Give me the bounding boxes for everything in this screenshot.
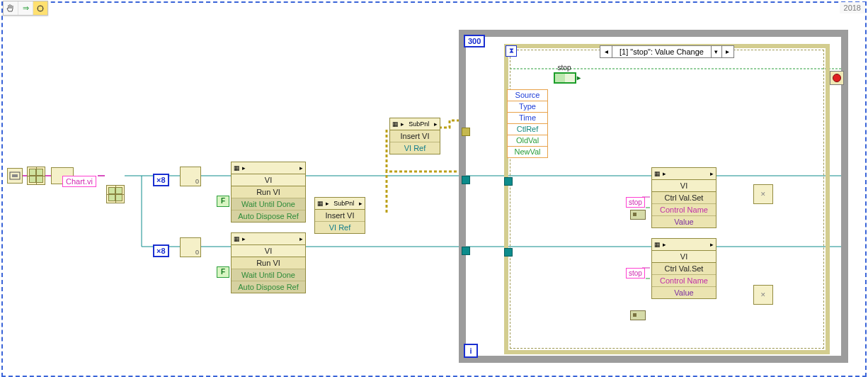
run-vi-invoke-2: ▦ ▸▸ VI Run VI Wait Until Done Auto Disp… (231, 232, 306, 293)
event-data-source: Source (508, 90, 547, 101)
invoke-method: Run VI (232, 186, 305, 198)
loop-stop-terminal (830, 71, 844, 85)
event-case-label: [1] "stop": Value Change (612, 46, 711, 57)
tunnel-ref1-in (462, 176, 470, 184)
loop-iteration-terminal: i (464, 344, 478, 358)
invoke-class: VI (232, 174, 305, 186)
subpanel-invoke-2: ▦ ▸SubPnl▸ Insert VI VI Ref (314, 197, 365, 234)
open-ref-node-2: 0 (180, 237, 201, 257)
tunnel-event-ref2 (504, 248, 513, 257)
event-data-ctlref: CtlRef (508, 124, 547, 135)
ctrl-val-set-1: ▦ ▸▸ VI Ctrl Val.Set Control Name Value (651, 167, 716, 228)
build-array-icon (27, 167, 45, 185)
event-timeout-terminal: ⧗ (506, 45, 517, 57)
floating-toolbar: ⇒ (3, 1, 48, 16)
false-constant-2: F (217, 266, 229, 278)
svg-rect-13 (12, 174, 18, 177)
invoke-icon: ▦ ▸ (234, 164, 246, 171)
while-loop: 300 i ⧗ ◂ [1] "stop": Value Change ▾ ▸ s… (459, 30, 848, 363)
highlight-tool-button[interactable] (33, 1, 47, 15)
next-case-button[interactable]: ▸ (721, 46, 733, 57)
subpanel-invoke-1: ▦ ▸SubPnl▸ Insert VI VI Ref (389, 118, 440, 154)
event-case-selector[interactable]: ◂ [1] "stop": Value Change ▾ ▸ (600, 45, 734, 58)
case-dropdown-button[interactable]: ▾ (711, 46, 721, 57)
chart-vi-label: Chart.vi (62, 176, 96, 187)
tunnel-event-ref1 (504, 177, 513, 186)
year-badge: 2018 (840, 2, 865, 13)
stop-control-terminal: stop (554, 64, 575, 84)
x8-constant-2: ×8 (153, 244, 169, 257)
false-constant-1: F (217, 196, 229, 207)
stop-string-const-2: stop (626, 268, 645, 278)
ctrl-val-set-2: ▦ ▸▸ VI Ctrl Val.Set Control Name Value (651, 238, 716, 299)
static-vi-ref-icon (7, 168, 23, 184)
tunnel-ref2-in (462, 247, 470, 255)
subpanel-method: Insert VI (390, 130, 440, 142)
prev-case-button[interactable]: ◂ (600, 46, 612, 57)
invoke-param-dispose: Auto Dispose Ref (232, 210, 305, 222)
open-ref-node-1: 0 (180, 167, 201, 186)
event-structure: ⧗ ◂ [1] "stop": Value Change ▾ ▸ stop So… (504, 44, 830, 354)
event-data-oldval: OldVal (508, 135, 547, 147)
tunnel-error-in (462, 128, 470, 136)
subpanel-param: VI Ref (390, 142, 440, 154)
variant-const-1 (630, 210, 646, 220)
event-data-time: Time (508, 113, 547, 124)
stop-string-const-1: stop (626, 197, 645, 208)
event-data-newval: NewVal (508, 147, 547, 157)
svg-point-0 (38, 6, 43, 11)
close-ref-1 (753, 184, 773, 204)
loop-count-terminal: 300 (464, 35, 485, 47)
event-data-type: Type (508, 101, 547, 113)
tf-icon (554, 72, 576, 84)
arrow-tool-button[interactable]: ⇒ (18, 1, 33, 15)
index-array-icon (106, 185, 125, 203)
pan-tool-button[interactable] (4, 1, 18, 15)
event-data-node: Source Type Time CtlRef OldVal NewVal (507, 89, 548, 158)
invoke-param-wait: Wait Until Done (232, 198, 305, 210)
run-vi-invoke-1: ▦ ▸▸ VI Run VI Wait Until Done Auto Disp… (231, 162, 306, 223)
close-ref-2 (753, 285, 773, 305)
variant-const-2 (630, 310, 646, 320)
x8-constant-1: ×8 (153, 174, 169, 186)
